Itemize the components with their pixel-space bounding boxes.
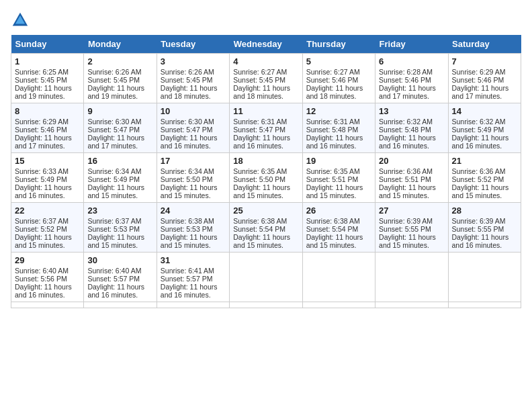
sunset-label: Sunset: 5:54 PM (233, 225, 285, 233)
sunset-label: Sunset: 5:57 PM (87, 275, 140, 283)
day-number: 18 (233, 156, 298, 166)
daylight-label: Daylight: 11 hours and 16 minutes. (452, 134, 509, 150)
empty-cell (230, 253, 302, 302)
daylight-label: Daylight: 11 hours and 15 minutes. (233, 233, 290, 249)
day-number: 5 (306, 56, 371, 66)
day-number: 16 (87, 156, 152, 166)
sunrise-label: Sunrise: 6:39 AM (379, 217, 433, 225)
header-friday: Friday (375, 35, 448, 54)
sunset-label: Sunset: 5:45 PM (87, 76, 140, 84)
sunrise-label: Sunrise: 6:32 AM (379, 118, 433, 126)
calendar-week-row (11, 302, 521, 308)
daylight-label: Daylight: 11 hours and 18 minutes. (233, 84, 290, 100)
sunrise-label: Sunrise: 6:27 AM (306, 68, 360, 76)
logo-icon (11, 11, 30, 30)
sunset-label: Sunset: 5:52 PM (452, 175, 504, 183)
sunrise-label: Sunrise: 6:35 AM (306, 167, 360, 175)
empty-cell (448, 253, 521, 302)
calendar-cell: 13 Sunrise: 6:32 AM Sunset: 5:48 PM Dayl… (375, 103, 448, 153)
daylight-label: Daylight: 11 hours and 15 minutes. (15, 233, 72, 249)
daylight-label: Daylight: 11 hours and 18 minutes. (161, 84, 218, 100)
calendar-cell: 19 Sunrise: 6:35 AM Sunset: 5:51 PM Dayl… (302, 153, 375, 203)
calendar-cell: 15 Sunrise: 6:33 AM Sunset: 5:49 PM Dayl… (11, 153, 84, 203)
weekday-header-row: Sunday Monday Tuesday Wednesday Thursday… (11, 35, 521, 54)
daylight-label: Daylight: 11 hours and 15 minutes. (87, 183, 144, 199)
empty-cell (448, 302, 521, 308)
sunrise-label: Sunrise: 6:40 AM (15, 267, 69, 275)
daylight-label: Daylight: 11 hours and 19 minutes. (87, 84, 144, 100)
sunrise-label: Sunrise: 6:30 AM (161, 118, 214, 126)
calendar-cell: 17 Sunrise: 6:34 AM Sunset: 5:50 PM Dayl… (157, 153, 229, 203)
calendar-week-row: 15 Sunrise: 6:33 AM Sunset: 5:49 PM Dayl… (11, 153, 521, 203)
calendar-cell: 7 Sunrise: 6:29 AM Sunset: 5:46 PM Dayli… (448, 54, 521, 103)
sunset-label: Sunset: 5:46 PM (306, 76, 359, 84)
daylight-label: Daylight: 11 hours and 15 minutes. (87, 233, 144, 249)
day-number: 21 (452, 156, 517, 166)
empty-cell (375, 253, 448, 302)
sunrise-label: Sunrise: 6:31 AM (306, 118, 360, 126)
calendar-cell: 12 Sunrise: 6:31 AM Sunset: 5:48 PM Dayl… (302, 103, 375, 153)
sunset-label: Sunset: 5:48 PM (379, 126, 431, 134)
daylight-label: Daylight: 11 hours and 16 minutes. (233, 134, 290, 150)
day-number: 13 (379, 106, 444, 116)
sunrise-label: Sunrise: 6:41 AM (161, 267, 214, 275)
sunset-label: Sunset: 5:47 PM (233, 126, 285, 134)
calendar-week-row: 22 Sunrise: 6:37 AM Sunset: 5:52 PM Dayl… (11, 203, 521, 253)
calendar-table: Sunday Monday Tuesday Wednesday Thursday… (11, 35, 521, 308)
sunrise-label: Sunrise: 6:38 AM (306, 217, 360, 225)
day-number: 25 (233, 205, 298, 216)
sunrise-label: Sunrise: 6:38 AM (233, 217, 287, 225)
daylight-label: Daylight: 11 hours and 15 minutes. (379, 233, 436, 249)
calendar-week-row: 29 Sunrise: 6:40 AM Sunset: 5:56 PM Dayl… (11, 253, 521, 302)
sunrise-label: Sunrise: 6:40 AM (87, 267, 141, 275)
sunset-label: Sunset: 5:49 PM (87, 175, 140, 183)
calendar-cell: 25 Sunrise: 6:38 AM Sunset: 5:54 PM Dayl… (230, 203, 302, 253)
daylight-label: Daylight: 11 hours and 15 minutes. (161, 183, 218, 199)
header-tuesday: Tuesday (157, 35, 229, 54)
calendar-cell: 10 Sunrise: 6:30 AM Sunset: 5:47 PM Dayl… (157, 103, 229, 153)
sunrise-label: Sunrise: 6:28 AM (379, 68, 433, 76)
calendar-cell: 5 Sunrise: 6:27 AM Sunset: 5:46 PM Dayli… (302, 54, 375, 103)
sunset-label: Sunset: 5:55 PM (452, 225, 504, 233)
header-saturday: Saturday (448, 35, 521, 54)
day-number: 30 (87, 255, 152, 265)
header-wednesday: Wednesday (230, 35, 302, 54)
calendar-cell: 3 Sunrise: 6:26 AM Sunset: 5:45 PM Dayli… (157, 54, 229, 103)
daylight-label: Daylight: 11 hours and 15 minutes. (233, 183, 290, 199)
daylight-label: Daylight: 11 hours and 15 minutes. (306, 233, 363, 249)
day-number: 4 (233, 56, 298, 66)
header-sunday: Sunday (11, 35, 84, 54)
sunrise-label: Sunrise: 6:39 AM (452, 217, 506, 225)
calendar-cell: 21 Sunrise: 6:36 AM Sunset: 5:52 PM Dayl… (448, 153, 521, 203)
sunrise-label: Sunrise: 6:25 AM (15, 68, 69, 76)
sunrise-label: Sunrise: 6:38 AM (161, 217, 214, 225)
day-number: 17 (161, 156, 226, 166)
day-number: 24 (161, 205, 226, 216)
calendar-cell: 30 Sunrise: 6:40 AM Sunset: 5:57 PM Dayl… (84, 253, 157, 302)
sunrise-label: Sunrise: 6:29 AM (452, 68, 506, 76)
sunset-label: Sunset: 5:46 PM (379, 76, 431, 84)
day-number: 28 (452, 205, 517, 216)
sunset-label: Sunset: 5:54 PM (306, 225, 359, 233)
sunset-label: Sunset: 5:45 PM (161, 76, 213, 84)
calendar-cell: 20 Sunrise: 6:36 AM Sunset: 5:51 PM Dayl… (375, 153, 448, 203)
day-number: 7 (452, 56, 517, 66)
page-header (11, 11, 521, 30)
day-number: 29 (15, 255, 80, 265)
daylight-label: Daylight: 11 hours and 15 minutes. (452, 183, 509, 199)
sunset-label: Sunset: 5:47 PM (87, 126, 140, 134)
calendar-cell: 24 Sunrise: 6:38 AM Sunset: 5:53 PM Dayl… (157, 203, 229, 253)
calendar-cell: 16 Sunrise: 6:34 AM Sunset: 5:49 PM Dayl… (84, 153, 157, 203)
sunrise-label: Sunrise: 6:32 AM (452, 118, 506, 126)
day-number: 27 (379, 205, 444, 216)
empty-cell (302, 302, 375, 308)
daylight-label: Daylight: 11 hours and 15 minutes. (379, 183, 436, 199)
sunset-label: Sunset: 5:45 PM (233, 76, 285, 84)
sunset-label: Sunset: 5:57 PM (161, 275, 213, 283)
sunset-label: Sunset: 5:53 PM (87, 225, 140, 233)
day-number: 11 (233, 106, 298, 116)
daylight-label: Daylight: 11 hours and 16 minutes. (452, 233, 509, 249)
calendar-cell: 11 Sunrise: 6:31 AM Sunset: 5:47 PM Dayl… (230, 103, 302, 153)
sunset-label: Sunset: 5:46 PM (15, 126, 67, 134)
empty-cell (11, 302, 84, 308)
